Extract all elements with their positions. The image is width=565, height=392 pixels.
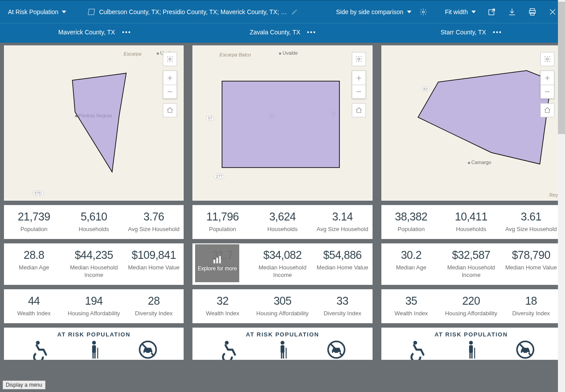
stat-value: 33	[316, 295, 369, 307]
more-icon[interactable]	[122, 31, 130, 33]
map-settings-button[interactable]	[540, 52, 554, 66]
svg-point-0	[422, 11, 425, 13]
stat-value: 5,610	[68, 210, 121, 223]
stat-row: 31.7Median Age $34,082Median Household I…	[192, 243, 372, 285]
export-icon[interactable]	[508, 7, 516, 16]
stat-row: 30.2Median Age $32,587Median Household I…	[381, 243, 561, 285]
fit-label: Fit width	[445, 8, 468, 15]
stat-cell: 28.8Median Age	[4, 243, 64, 285]
map-city-label: Uvalde	[279, 50, 298, 56]
risk-icons	[192, 338, 372, 360]
stat-value: 3,624	[256, 210, 309, 223]
map-controls	[352, 52, 366, 117]
stat-row: 11,796Population 3,624Households 3.14Avg…	[192, 205, 372, 239]
zoom-in-button[interactable]	[352, 71, 366, 85]
disability-icon	[218, 340, 239, 360]
home-extent-button[interactable]	[540, 103, 554, 117]
stat-value: 3.14	[316, 210, 369, 223]
edit-icon[interactable]	[291, 9, 298, 15]
svg-rect-11	[94, 352, 95, 358]
close-icon[interactable]	[548, 7, 557, 16]
map-panel[interactable]: Escarpa Uval 57D Piedras Negras	[4, 45, 184, 201]
stat-label: Median Home Value	[128, 264, 181, 271]
map-settings-button[interactable]	[352, 52, 366, 66]
section-title: AT RISK POPULATION	[192, 328, 372, 338]
view-mode-dropdown[interactable]: Side by side comparison	[336, 8, 411, 15]
stat-value: $34,082	[256, 249, 309, 261]
scrollbar-thumb[interactable]	[558, 2, 565, 134]
geography-display[interactable]: Culberson County, TX; Presidio County, T…	[88, 8, 298, 15]
template-dropdown[interactable]: At Risk Population	[8, 8, 66, 15]
risk-icons	[381, 338, 561, 360]
stat-value: 18	[505, 295, 557, 307]
svg-point-8	[92, 341, 96, 345]
stat-label: Wealth Index	[196, 310, 249, 317]
disability-icon	[30, 340, 50, 360]
stat-cell: 305Housing Affordability	[252, 289, 313, 323]
svg-point-39	[522, 352, 524, 354]
stat-cell: 5,610Households	[64, 205, 124, 239]
stat-cell: $34,082Median Household Income	[252, 243, 313, 285]
zoom-in-button[interactable]	[163, 71, 177, 85]
stat-cell: $54,886Median Home Value	[313, 243, 373, 285]
svg-rect-35	[470, 352, 471, 358]
svg-point-6	[169, 58, 171, 60]
svg-rect-9	[92, 345, 96, 353]
more-icon[interactable]	[307, 31, 315, 33]
fit-dropdown[interactable]: Fit width	[445, 8, 476, 15]
svg-rect-24	[281, 352, 282, 358]
home-extent-button[interactable]	[352, 103, 366, 117]
map-settings-button[interactable]	[163, 52, 177, 66]
risk-icons	[4, 338, 184, 360]
share-icon[interactable]	[487, 7, 496, 16]
chevron-down-icon	[62, 11, 66, 13]
svg-marker-5	[72, 73, 126, 172]
svg-point-31	[546, 58, 549, 60]
more-icon[interactable]	[493, 31, 501, 33]
stat-label: Median Age	[8, 264, 60, 271]
map-panel[interactable]: 83 Camargo Rey	[381, 45, 561, 201]
stat-cell: 194Housing Affordability	[64, 289, 124, 323]
stat-label: Median Household Income	[444, 264, 497, 279]
chevron-down-icon	[471, 11, 476, 13]
zoom-out-button[interactable]	[352, 85, 366, 99]
stat-label: Housing Affordability	[444, 310, 497, 317]
stat-value: 305	[256, 295, 309, 307]
stat-label: Population	[196, 226, 249, 233]
stat-value: 10,411	[444, 210, 497, 223]
column-title: Starr County, TX	[441, 29, 486, 36]
zoom-out-button[interactable]	[163, 85, 177, 99]
print-icon[interactable]	[528, 7, 537, 16]
svg-point-22	[281, 341, 285, 345]
stat-label: Diversity Index	[128, 310, 181, 317]
stat-label: Population	[8, 226, 60, 233]
risk-section: AT RISK POPULATION	[4, 328, 184, 360]
zoom-in-button[interactable]	[540, 71, 554, 85]
stat-cell: 18Diversity Index	[501, 289, 561, 323]
svg-rect-37	[475, 348, 475, 358]
stat-cell: 3,624Households	[252, 205, 313, 239]
settings-icon[interactable]	[419, 8, 427, 16]
map-label: Escarpa	[124, 51, 141, 56]
disability-icon	[407, 340, 427, 360]
stat-cell: $78,790Median Home Value	[501, 243, 561, 285]
stat-label: Households	[444, 226, 497, 233]
stat-cell: 33Diversity Index	[313, 289, 373, 323]
zoom-out-button[interactable]	[540, 85, 554, 99]
column-header: Maverick County, TX	[0, 29, 188, 36]
stat-value: 28	[128, 295, 181, 307]
svg-rect-4	[531, 13, 534, 15]
stat-label: Housing Affordability	[68, 310, 121, 317]
column-header: Starr County, TX	[377, 29, 565, 36]
comparison-column: 83 Camargo Rey 38,382Population 10,411Ho…	[381, 45, 561, 391]
map-road-label: 57	[206, 116, 214, 121]
home-extent-button[interactable]	[163, 103, 177, 117]
stat-cell: 220Housing Affordability	[441, 289, 501, 323]
map-panel[interactable]: Escarpa Balco Uvalde 57 83 57 277	[192, 45, 372, 201]
stat-cell: $32,587Median Household Income	[441, 243, 501, 285]
svg-rect-36	[471, 352, 473, 358]
svg-rect-23	[281, 345, 285, 353]
vertical-scrollbar[interactable]	[558, 0, 565, 391]
stat-cell: 32Wealth Index	[192, 289, 252, 323]
stat-row: 38,382Population 10,411Households 3.61Av…	[381, 205, 561, 239]
